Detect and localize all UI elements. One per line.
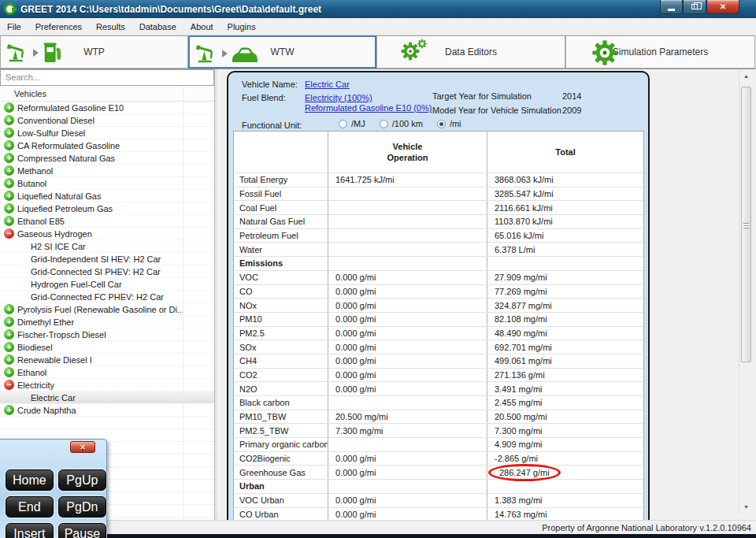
fuel-blend-link-electricity[interactable]: Electricity (100%) (305, 93, 372, 102)
collapse-minus-icon[interactable]: − (4, 228, 14, 239)
close-button[interactable]: ✕ (706, 0, 739, 14)
expand-plus-icon[interactable]: + (4, 216, 14, 226)
tree-item-label: Compressed Natural Gas (17, 154, 115, 163)
minimize-button[interactable] (660, 0, 683, 14)
menu-database[interactable]: Database (132, 20, 183, 34)
menu-preferences[interactable]: Preferences (28, 20, 89, 34)
tree-item-label: Reformulated Gasoline E10 (17, 103, 124, 113)
total-value: 14.763 mg/mi (487, 508, 643, 521)
row-label: N2O (234, 382, 328, 395)
search-input[interactable]: Search... (0, 69, 214, 86)
functional-unit-option-100-km[interactable]: /100 km (380, 119, 423, 128)
table-row-voc: VOC0.000 g/mi27.909 mg/mi (234, 270, 643, 284)
row-label: Black carbon (234, 396, 328, 410)
collapse-minus-icon[interactable]: − (4, 380, 14, 390)
column-header (234, 132, 328, 173)
radio-icon[interactable] (339, 120, 347, 128)
radio-label: /100 km (392, 119, 423, 128)
menu-about[interactable]: About (183, 20, 220, 34)
expand-plus-icon[interactable]: + (4, 304, 14, 314)
vehicle-operation-value: 7.300 mg/mi (328, 424, 487, 437)
table-row-ch4: CH40.000 g/mi499.061 mg/mi (234, 354, 643, 368)
scroll-down-button[interactable]: ▼ (739, 500, 753, 514)
expand-plus-icon[interactable]: + (4, 342, 14, 352)
wtw-button[interactable]: WTW (188, 35, 376, 69)
row-label: CO2Biogenic (234, 452, 328, 466)
expand-plus-icon[interactable]: + (4, 165, 14, 176)
expand-plus-icon[interactable]: + (4, 405, 14, 415)
minimize-icon (668, 9, 675, 11)
key-pgup[interactable]: PgUp (58, 469, 106, 491)
total-value: 2.455 mg/mi (487, 396, 643, 410)
oil-pump-icon (6, 41, 30, 65)
key-pause[interactable]: Pause (58, 523, 106, 538)
expand-plus-icon[interactable]: + (4, 102, 14, 113)
table-row-co2: CO20.000 g/mi271.136 g/mi (234, 368, 643, 382)
table-row-primary-organic-carbon: Primary organic carbon4.909 mg/mi (234, 437, 643, 451)
maximize-button[interactable] (683, 0, 706, 14)
vehicle-operation-value (328, 480, 487, 493)
table-row-co-urban: CO Urban0.000 g/mi14.763 mg/mi (234, 507, 643, 521)
table-row-coal-fuel: Coal Fuel2116.661 kJ/mi (234, 200, 643, 214)
table-row-pm2-5-tbw: PM2.5_TBW7.300 mg/mi7.300 mg/mi (234, 423, 643, 437)
model-year-label: Model Year for Vehicle Simulation (432, 106, 561, 115)
key-home[interactable]: Home (6, 469, 54, 491)
column-header-total: Total (487, 132, 643, 173)
table-row-nox: NOx0.000 g/mi324.877 mg/mi (234, 298, 643, 312)
vehicle-name-link[interactable]: Electric Car (305, 80, 350, 89)
data-editors-button[interactable]: Data Editors (376, 35, 565, 69)
radio-icon[interactable] (437, 120, 446, 128)
keypad-keys: HomePgUpEndPgDnInsertPause (6, 469, 106, 538)
expand-plus-icon[interactable]: + (4, 354, 14, 365)
tree-item-label: Grid-Connected SI PHEV: H2 Car (0, 267, 161, 276)
expand-plus-icon[interactable]: + (4, 128, 14, 138)
radio-icon[interactable] (380, 120, 388, 128)
vehicle-operation-value: 0.000 g/mi (328, 382, 487, 395)
fuel-blend-link-rfg[interactable]: Reformulated Gasoline E10 (0%) (305, 103, 432, 113)
car-icon (231, 43, 259, 64)
table-row-total-energy: Total Energy1641.725 kJ/mi3868.063 kJ/mi (234, 173, 643, 187)
menu-results[interactable]: Results (89, 20, 132, 34)
row-label: CH4 (234, 354, 328, 368)
tree-item-label: Liquefied Natural Gas (17, 191, 101, 201)
table-row-black-carbon: Black carbon2.455 mg/mi (234, 395, 643, 410)
scroll-up-button[interactable]: ▲ (739, 69, 753, 83)
menu-plugins[interactable]: Plugins (220, 20, 263, 34)
expand-plus-icon[interactable]: + (4, 191, 14, 201)
expand-plus-icon[interactable]: + (4, 115, 14, 125)
target-year-label: Target Year for Simulation (432, 91, 532, 101)
functional-unit-option-mj[interactable]: /MJ (339, 119, 365, 128)
row-label: VOC Urban (234, 494, 328, 507)
vehicle-operation-value: 0.000 g/mi (328, 494, 487, 507)
expand-plus-icon[interactable]: + (4, 329, 14, 339)
expand-plus-icon[interactable]: + (4, 153, 14, 163)
total-value: 7.300 mg/mi (487, 424, 643, 437)
scrollbar-thumb[interactable] (741, 87, 751, 362)
vehicle-operation-value: 0.000 g/mi (328, 354, 487, 368)
row-label: CO Urban (234, 508, 328, 521)
functional-unit-option-mi[interactable]: /mi (437, 119, 461, 128)
expand-plus-icon[interactable]: + (4, 140, 14, 150)
row-label: CO (234, 285, 328, 299)
vertical-scrollbar[interactable]: ▲ ▼ (739, 69, 752, 514)
key-pgdn[interactable]: PgDn (58, 496, 106, 518)
vehicle-operation-value: 0.000 g/mi (328, 340, 487, 354)
total-value: 77.269 mg/mi (487, 285, 643, 299)
restore-icon (691, 4, 698, 9)
highlighted-value: 286.247 g/mi (488, 464, 561, 481)
tree-column-divider (183, 86, 183, 538)
key-end[interactable]: End (6, 496, 54, 518)
simulation-parameters-button[interactable]: Simulation Parameters (565, 35, 755, 69)
keypad-close-button[interactable]: ✕ (70, 441, 95, 453)
expand-plus-icon[interactable]: + (4, 317, 14, 327)
wtp-button[interactable]: WTP (0, 35, 188, 69)
expand-plus-icon[interactable]: + (4, 367, 14, 377)
vehicle-operation-value (328, 243, 487, 256)
tree-item-label: H2 SI ICE Car (0, 242, 86, 251)
total-value: 271.136 g/mi (487, 369, 643, 382)
expand-plus-icon[interactable]: + (4, 203, 14, 213)
expand-plus-icon[interactable]: + (4, 178, 14, 188)
table-row-co2biogenic: CO2Biogenic0.000 g/mi-2.865 g/mi (234, 451, 643, 466)
key-insert[interactable]: Insert (6, 523, 54, 538)
menu-file[interactable]: File (0, 20, 28, 34)
